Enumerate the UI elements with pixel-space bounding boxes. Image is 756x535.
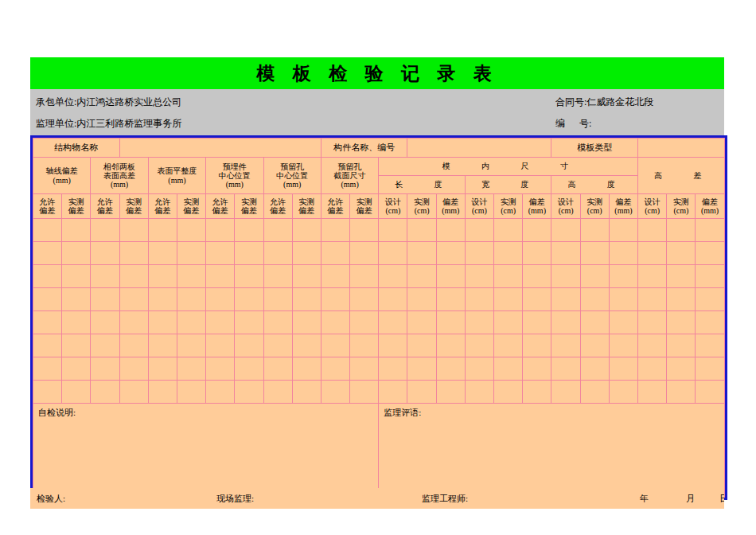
structure-name-value[interactable] [119,139,321,158]
data-cell[interactable] [580,219,609,242]
data-cell[interactable] [350,219,379,242]
data-cell[interactable] [407,242,436,265]
data-cell[interactable] [523,334,551,357]
data-cell[interactable] [148,381,177,404]
data-cell[interactable] [91,357,119,381]
data-cell[interactable] [91,381,119,404]
data-cell[interactable] [407,288,436,311]
data-cell[interactable] [436,219,465,242]
data-cell[interactable] [350,311,379,334]
data-cell[interactable] [609,288,637,311]
data-cell[interactable] [609,219,637,242]
data-cell[interactable] [91,311,119,334]
data-cell[interactable] [350,381,379,404]
data-cell[interactable] [523,288,551,311]
data-cell[interactable] [379,219,407,242]
data-cell[interactable] [350,288,379,311]
data-cell[interactable] [33,311,62,334]
data-cell[interactable] [523,242,551,265]
data-cell[interactable] [638,288,667,311]
data-cell[interactable] [33,381,62,404]
data-cell[interactable] [91,334,119,357]
data-cell[interactable] [62,381,91,404]
data-cell[interactable] [379,357,407,381]
data-cell[interactable] [91,265,119,288]
data-cell[interactable] [494,219,523,242]
data-cell[interactable] [119,311,148,334]
data-cell[interactable] [235,357,263,381]
data-cell[interactable] [551,311,580,334]
data-cell[interactable] [206,311,235,334]
data-cell[interactable] [321,334,349,357]
data-cell[interactable] [321,242,349,265]
data-cell[interactable] [263,311,292,334]
data-cell[interactable] [292,219,321,242]
data-cell[interactable] [696,288,724,311]
data-cell[interactable] [667,381,696,404]
data-cell[interactable] [609,265,637,288]
data-cell[interactable] [580,288,609,311]
data-cell[interactable] [523,381,551,404]
data-cell[interactable] [292,242,321,265]
data-cell[interactable] [667,334,696,357]
data-cell[interactable] [696,357,724,381]
data-cell[interactable] [609,311,637,334]
self-check-area[interactable]: 自检说明: [33,404,379,498]
data-cell[interactable] [263,334,292,357]
data-cell[interactable] [62,311,91,334]
data-cell[interactable] [551,381,580,404]
data-cell[interactable] [321,311,349,334]
data-cell[interactable] [465,288,493,311]
data-cell[interactable] [206,334,235,357]
template-type-value[interactable] [638,139,725,158]
data-cell[interactable] [350,357,379,381]
data-cell[interactable] [33,265,62,288]
data-cell[interactable] [292,265,321,288]
data-cell[interactable] [580,357,609,381]
data-cell[interactable] [667,265,696,288]
data-cell[interactable] [177,311,205,334]
data-cell[interactable] [379,334,407,357]
data-cell[interactable] [551,334,580,357]
data-cell[interactable] [638,242,667,265]
data-cell[interactable] [62,357,91,381]
data-cell[interactable] [523,219,551,242]
data-cell[interactable] [580,311,609,334]
data-cell[interactable] [638,381,667,404]
data-cell[interactable] [580,242,609,265]
data-cell[interactable] [206,265,235,288]
data-cell[interactable] [177,288,205,311]
data-cell[interactable] [638,334,667,357]
data-cell[interactable] [263,219,292,242]
data-cell[interactable] [379,242,407,265]
data-cell[interactable] [696,242,724,265]
data-cell[interactable] [177,334,205,357]
data-cell[interactable] [667,242,696,265]
data-cell[interactable] [638,265,667,288]
data-cell[interactable] [62,288,91,311]
data-cell[interactable] [407,311,436,334]
data-cell[interactable] [177,357,205,381]
data-cell[interactable] [523,265,551,288]
data-cell[interactable] [494,334,523,357]
data-cell[interactable] [494,381,523,404]
data-cell[interactable] [667,219,696,242]
data-cell[interactable] [33,334,62,357]
data-cell[interactable] [436,357,465,381]
data-cell[interactable] [523,311,551,334]
data-cell[interactable] [580,334,609,357]
data-cell[interactable] [235,265,263,288]
data-cell[interactable] [494,357,523,381]
data-cell[interactable] [148,357,177,381]
data-cell[interactable] [177,265,205,288]
data-cell[interactable] [350,242,379,265]
data-cell[interactable] [177,219,205,242]
data-cell[interactable] [119,334,148,357]
data-cell[interactable] [609,334,637,357]
data-cell[interactable] [263,242,292,265]
data-cell[interactable] [379,381,407,404]
data-cell[interactable] [148,288,177,311]
data-cell[interactable] [119,265,148,288]
data-cell[interactable] [580,381,609,404]
data-cell[interactable] [62,242,91,265]
